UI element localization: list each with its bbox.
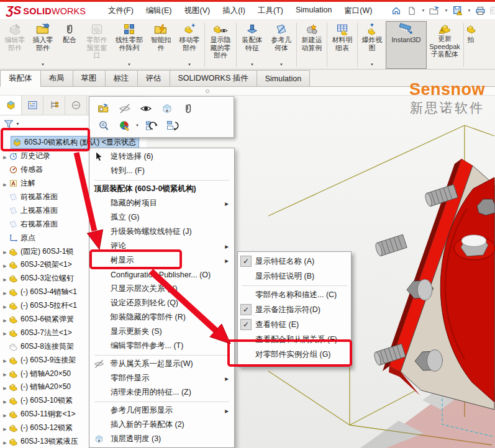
submenu-item-show-feature-names[interactable]: 显示特征名称 (A) [238, 254, 351, 269]
menu-simulation[interactable]: Simulation [289, 2, 338, 19]
filter-dropdown-icon[interactable]: ▼ [16, 122, 20, 126]
ribbon-reference-geometry-button[interactable]: 参考几何体 [267, 21, 296, 69]
ribbon-clipped-button[interactable]: 拍 [465, 21, 477, 69]
open-dropdown-icon[interactable]: ▼ [444, 9, 448, 12]
menu-item-reference-geometry-display[interactable]: 参考几何图形显示 [89, 403, 234, 418]
menu-item-set-resolved-to-lightweight[interactable]: 设定还原到轻化 (Q) [89, 296, 234, 310]
menu-item-clean-unused-features[interactable]: 清理未使用的特征... (Z) [89, 385, 234, 400]
submenu-item-show-comment-indicator[interactable]: 显示备注指示符(D) [238, 302, 351, 317]
expand-icon[interactable] [1, 274, 9, 283]
expand-icon[interactable] [1, 261, 9, 269]
expand-icon[interactable] [1, 328, 9, 337]
menu-item-invert-selection[interactable]: 逆转选择 (6) [89, 150, 234, 164]
menu-tools[interactable]: 工具(T) [252, 2, 289, 19]
expand-icon[interactable] [1, 179, 9, 188]
ribbon-component-preview-window-button[interactable]: 零部件预览窗口 [82, 21, 112, 69]
red-flange-part[interactable] [373, 159, 495, 410]
menu-item-tree-display[interactable]: 树显示 [89, 253, 234, 267]
print-icon[interactable] [473, 4, 488, 17]
ribbon-update-speedpak-button[interactable]: 更新Speedpak子装配体 [427, 21, 463, 69]
new-dropdown-icon[interactable]: ▼ [421, 9, 425, 12]
menu-item-configuration-publisher[interactable]: Configuration Publisher... (O) [89, 267, 234, 282]
save-icon[interactable] [450, 4, 465, 17]
ribbon-bill-of-materials-button[interactable]: 材料明细表 [328, 21, 356, 69]
expand-icon[interactable] [1, 437, 9, 446]
expand-icon[interactable] [1, 315, 9, 324]
submenu-item-view-features[interactable]: 查看特征 (E) [238, 317, 351, 332]
tab-assembly[interactable]: 装配体 [0, 70, 41, 87]
tab-property-manager[interactable] [22, 96, 43, 115]
save-dropdown-icon[interactable]: ▼ [467, 9, 471, 12]
filter-funnel-icon[interactable] [3, 119, 14, 129]
tab-sketch[interactable]: 草图 [73, 70, 106, 87]
expand-icon[interactable] [1, 410, 9, 419]
transparency-icon[interactable] [160, 102, 174, 115]
menu-item-component-display[interactable]: 零部件显示 [89, 371, 234, 385]
menu-insert[interactable]: 插入(I) [216, 2, 252, 19]
ribbon-insert-component-button[interactable]: 插入零部件 [29, 21, 57, 69]
menu-item-comment[interactable]: 评论 [89, 239, 234, 253]
tab-solidworks-addins[interactable]: SOLIDWORKS 插件 [170, 70, 257, 87]
menu-item-upgrade-cosmetic-threads[interactable]: 升级装饰螺纹线特征 (J) [89, 225, 234, 239]
ribbon-edit-component-button[interactable]: 编辑零部件 [1, 21, 29, 69]
expand-icon[interactable] [1, 424, 9, 432]
isolate-icon[interactable] [166, 119, 180, 133]
ribbon-linear-component-pattern-button[interactable]: 线性零部件阵列 [112, 21, 147, 69]
ribbon-separator [327, 23, 327, 67]
menu-item-show-with-dependents[interactable]: 带从属关系一起显示(W) [89, 357, 234, 371]
expand-icon[interactable] [1, 396, 9, 405]
expand-icon[interactable] [1, 383, 9, 392]
expand-icon[interactable] [1, 369, 9, 378]
menu-item-show-update-holders[interactable]: 显示更新夹 (S) [89, 325, 234, 339]
tab-evaluate[interactable]: 评估 [137, 70, 170, 87]
tab-feature-tree[interactable] [0, 96, 22, 115]
ribbon-instant3d-button[interactable]: Instant3D [386, 21, 427, 69]
ribbon-move-component-button[interactable]: 移动零部件 [175, 21, 204, 69]
mate-paperclip-icon[interactable] [181, 102, 195, 115]
submenu-item-component-names-and-descriptions[interactable]: 零部件名称和描述... (C) [238, 287, 351, 302]
menu-item-unload-hidden-components[interactable]: 卸装隐藏的零部件 (R) [89, 310, 234, 325]
menu-item-insert-new-subassembly[interactable]: 插入新的子装配体 (2) [89, 418, 234, 432]
expand-icon[interactable] [1, 152, 9, 161]
submenu-item-view-mates-and-dependencies[interactable]: 查看配合和从属关系 (F) [238, 332, 351, 347]
menu-item-show-hierarchy-only[interactable]: 只显示层次关系 (Y) [89, 282, 234, 296]
hide-component-icon[interactable] [118, 102, 132, 115]
menu-item-isolate[interactable]: 孤立 (G) [89, 210, 234, 225]
menu-item-go-to[interactable]: 转到... (F) [89, 164, 234, 178]
menu-window[interactable]: 窗口(W) [338, 2, 378, 19]
menu-file[interactable]: 文件(F) [102, 2, 140, 19]
appearance-icon[interactable] [118, 119, 132, 133]
new-document-icon[interactable] [404, 4, 419, 17]
tab-layout[interactable]: 布局 [40, 70, 73, 87]
tab-configuration-manager[interactable] [43, 96, 65, 115]
ribbon-exploded-view-button[interactable]: 爆炸视图 [358, 21, 386, 69]
panel-collapse-handle[interactable] [206, 89, 209, 93]
expand-icon[interactable] [1, 302, 9, 310]
zoom-to-selection-icon[interactable] [97, 119, 111, 133]
appearance-dropdown-icon[interactable]: ▼ [135, 123, 139, 127]
ribbon-assembly-features-button[interactable]: 装配体特征 [237, 21, 267, 69]
show-component-icon[interactable] [139, 102, 153, 115]
ribbon-new-motion-study-button[interactable]: 新建运动算例 [297, 21, 326, 69]
menu-item-top-level-transparency[interactable]: 顶层透明度 (3) [89, 432, 234, 446]
tab-simulation[interactable]: Simulation [257, 70, 310, 87]
expand-icon[interactable] [1, 288, 9, 297]
ribbon-mate-button[interactable]: 配合 [57, 21, 82, 69]
open-icon[interactable] [427, 4, 442, 17]
ribbon-show-hidden-components-button[interactable]: 显示隐藏的零部件 [206, 21, 235, 69]
submenu-item-show-feature-descriptions[interactable]: 显示特征说明 (B) [238, 269, 351, 284]
submenu-item-group-component-instances[interactable]: 对零部件实例分组 (G) [238, 347, 351, 362]
show-hidden-components-icon [213, 23, 228, 35]
ribbon-smart-fasteners-button[interactable]: 智能扣件 [147, 21, 175, 69]
menu-edit[interactable]: 编辑(E) [140, 2, 178, 19]
open-subassembly-icon[interactable] [97, 102, 111, 115]
expand-icon[interactable] [1, 247, 9, 256]
suppress-icon[interactable] [145, 119, 159, 133]
tab-markup[interactable]: 标注 [105, 70, 138, 87]
menu-item-hidden-tree-items[interactable]: 隐藏的树项目 [89, 196, 234, 210]
expand-icon[interactable] [1, 356, 9, 364]
home-icon[interactable] [388, 4, 404, 17]
menu-item-edit-component-references[interactable]: 编辑零部件参考... (T) [89, 339, 234, 353]
tab-dimxpert-clipped[interactable] [65, 96, 87, 115]
menu-view[interactable]: 视图(V) [178, 2, 217, 19]
